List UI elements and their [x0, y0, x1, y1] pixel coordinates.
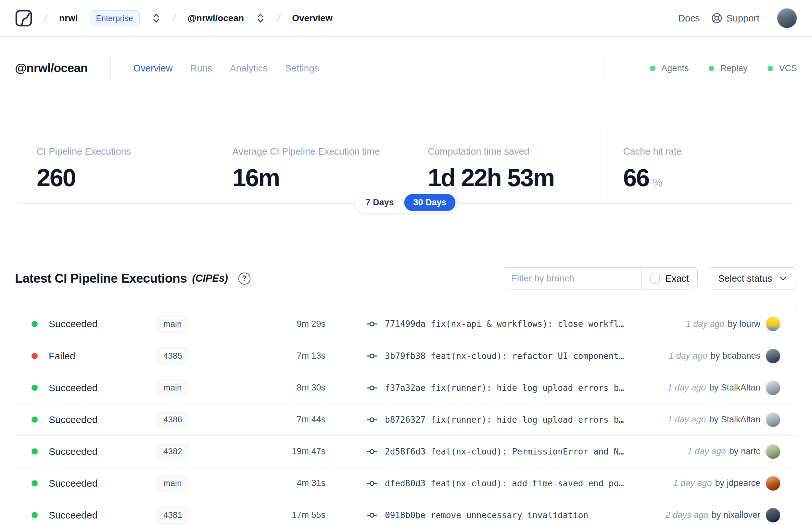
branch-badge[interactable]: 4385	[156, 347, 189, 364]
table-row[interactable]: Failed 4385 7m 13s 3b79fb38 feat(nx-clou…	[15, 340, 797, 372]
stat-ci-pipeline-executions: CI Pipeline Executions 260	[15, 126, 211, 204]
author: by lourw	[727, 319, 760, 329]
stat-label: Average CI Pipeline Execution time	[232, 146, 397, 157]
top-navbar: / nrwl Enterprise / @nrwl/ocean / Overvi…	[0, 0, 812, 37]
tab-analytics[interactable]: Analytics	[230, 63, 267, 74]
git-commit-icon	[366, 350, 378, 362]
status-dot-icon	[31, 480, 38, 486]
author: by StalkAltan	[709, 415, 760, 425]
stat-cache-hit-rate: Cache hit rate 66 %	[601, 126, 797, 204]
time-ago: 1 day ago	[673, 478, 712, 488]
git-commit-icon	[366, 478, 378, 489]
commit-message[interactable]: 3b79fb38 feat(nx-cloud): refactor UI com…	[385, 351, 624, 361]
branch-badge[interactable]: 4386	[156, 411, 189, 428]
duration: 7m 44s	[238, 415, 325, 425]
author-avatar[interactable]	[766, 349, 781, 363]
branch-badge[interactable]: main	[156, 379, 188, 396]
author-avatar[interactable]	[766, 380, 781, 395]
commit-message[interactable]: 771499da fix(nx-api & workflows): close …	[385, 319, 624, 329]
breadcrumb-workspace[interactable]: @nrwl/ocean	[188, 13, 244, 24]
breadcrumb-separator: /	[276, 11, 281, 25]
green-dot-icon	[650, 65, 656, 71]
workspace-title: @nrwl/ocean	[15, 61, 88, 75]
range-30-days-button[interactable]: 30 Days	[404, 194, 455, 211]
status-replay[interactable]: Replay	[709, 63, 747, 73]
table-row[interactable]: Succeeded main 9m 29s 771499da fix(nx-ap…	[15, 308, 797, 340]
branch-badge[interactable]: 4381	[156, 507, 189, 524]
cipe-controls: Exact Select status	[503, 267, 797, 289]
status-vcs-label: VCS	[779, 63, 797, 73]
time-ago: 1 day ago	[669, 351, 707, 361]
green-dot-icon	[709, 65, 714, 71]
branch-badge[interactable]: main	[156, 475, 188, 492]
status-dot-icon	[31, 417, 38, 423]
tab-overview[interactable]: Overview	[134, 63, 173, 74]
git-commit-icon	[366, 509, 378, 521]
table-row[interactable]: Succeeded 4386 7m 44s b8726327 fix(runne…	[15, 404, 797, 435]
author: by nartc	[729, 446, 760, 456]
navbar-actions: Docs Support	[678, 8, 797, 28]
breadcrumb-separator: /	[43, 11, 48, 25]
user-avatar[interactable]	[777, 8, 797, 28]
docs-link[interactable]: Docs	[678, 13, 700, 24]
enterprise-badge: Enterprise	[90, 10, 140, 26]
help-icon[interactable]: ?	[239, 273, 250, 285]
status-vcs[interactable]: VCS	[767, 63, 797, 73]
author: by bcabanes	[711, 351, 760, 361]
commit-message[interactable]: f37a32ae fix(runner): hide log upload er…	[385, 383, 624, 393]
stat-label: Cache hit rate	[623, 146, 787, 157]
stat-label: Computation time saved	[428, 146, 592, 157]
tab-runs[interactable]: Runs	[190, 63, 212, 74]
org-switcher-chevrons-icon[interactable]	[151, 13, 161, 24]
table-row[interactable]: Succeeded main 4m 31s dfed80d3 feat(nx-c…	[15, 467, 797, 499]
stat-suffix: %	[653, 176, 662, 189]
workspace-switcher-chevrons-icon[interactable]	[256, 13, 265, 24]
nx-cloud-logo-icon[interactable]	[15, 10, 32, 27]
commit-message[interactable]: 2d58f6d3 feat(nx-cloud): PermissionError…	[385, 447, 624, 456]
branch-badge[interactable]: main	[156, 315, 188, 333]
author-avatar[interactable]	[766, 508, 781, 523]
exact-checkbox[interactable]	[650, 273, 660, 284]
workspace-header: @nrwl/ocean Overview Runs Analytics Sett…	[0, 56, 812, 81]
table-row[interactable]: Succeeded main 8m 30s f37a32ae fix(runne…	[15, 372, 797, 404]
status-dot-icon	[31, 353, 38, 359]
feature-statuses: Agents Replay VCS	[604, 53, 797, 83]
cipe-table: Succeeded main 9m 29s 771499da fix(nx-ap…	[15, 308, 797, 525]
time-ago: 1 day ago	[687, 446, 726, 456]
table-row[interactable]: Succeeded 4382 19m 47s 2d58f6d3 feat(nx-…	[15, 435, 797, 467]
time-ago: 1 day ago	[668, 415, 706, 425]
branch-filter-input[interactable]	[503, 268, 641, 289]
status-agents[interactable]: Agents	[650, 63, 689, 73]
duration: 9m 29s	[238, 319, 325, 329]
breadcrumb-org[interactable]: nrwl	[59, 13, 78, 24]
author: by jdpearce	[715, 478, 760, 488]
commit-message[interactable]: dfed80d3 feat(nx-cloud): add time-saved …	[385, 479, 624, 488]
branch-filter-group: Exact	[503, 267, 698, 289]
author-avatar[interactable]	[766, 476, 781, 491]
author-avatar[interactable]	[766, 444, 781, 459]
range-7-days-button[interactable]: 7 Days	[356, 194, 403, 211]
select-status-dropdown[interactable]: Select status	[709, 267, 797, 289]
commit-message[interactable]: b8726327 fix(runner): hide log upload er…	[385, 415, 624, 425]
table-row[interactable]: Succeeded 4381 17m 55s 0918b0be remove u…	[15, 499, 797, 525]
status-dot-icon	[31, 385, 38, 391]
tab-settings[interactable]: Settings	[285, 63, 319, 74]
breadcrumb: / nrwl Enterprise / @nrwl/ocean / Overvi…	[15, 10, 333, 27]
exact-label: Exact	[665, 273, 689, 284]
support-link[interactable]: Support	[711, 13, 760, 24]
exact-toggle[interactable]: Exact	[641, 268, 698, 289]
lifebuoy-icon	[711, 13, 722, 24]
workspace-tabs: Overview Runs Analytics Settings	[134, 63, 319, 74]
status-text: Failed	[49, 350, 75, 362]
date-range-toggle: 7 Days 30 Days	[354, 192, 458, 213]
author-avatar[interactable]	[766, 412, 781, 427]
divider	[604, 53, 604, 83]
author-avatar[interactable]	[766, 316, 781, 331]
status-text: Succeeded	[49, 382, 97, 393]
branch-badge[interactable]: 4382	[156, 443, 189, 460]
stat-value: 1d 22h 53m	[428, 163, 554, 192]
chevron-down-icon	[779, 274, 788, 283]
status-text: Succeeded	[49, 510, 97, 521]
duration: 7m 13s	[238, 351, 325, 361]
commit-message[interactable]: 0918b0be remove unnecessary invalidation	[385, 510, 588, 520]
